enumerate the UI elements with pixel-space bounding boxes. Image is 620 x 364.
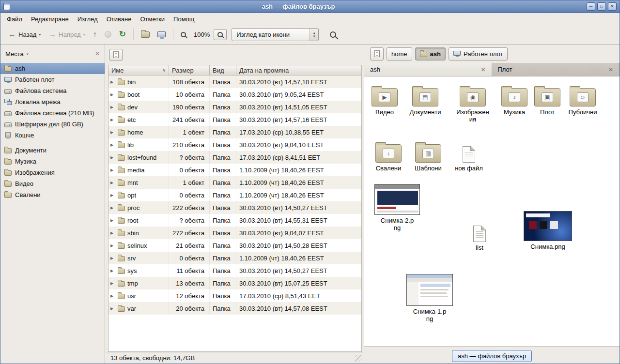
zoom-in-button[interactable] bbox=[214, 29, 227, 40]
sidebar-item-encrypted-80gb[interactable]: Шифриран дял (80 GB) bbox=[0, 119, 105, 130]
expander-icon[interactable]: ▶ bbox=[110, 130, 115, 135]
table-row[interactable]: ▶tmp13 обектаПапка30.03.2010 (вт) 15,07,… bbox=[108, 277, 361, 289]
table-row[interactable]: ▶var20 обектаПапка30.03.2010 (вт) 14,57,… bbox=[108, 302, 361, 315]
expander-icon[interactable]: ▶ bbox=[110, 294, 115, 298]
expander-icon[interactable]: ▶ bbox=[110, 80, 115, 84]
sidebar-item-ash[interactable]: ash bbox=[0, 63, 105, 74]
expander-icon[interactable]: ▶ bbox=[110, 168, 115, 172]
expander-icon[interactable]: ▶ bbox=[110, 243, 115, 248]
expander-icon[interactable]: ▶ bbox=[110, 155, 115, 160]
computer-button[interactable] bbox=[154, 29, 170, 40]
table-row[interactable]: ▶media0 обектаПапка1.10.2009 (чт) 18,40,… bbox=[108, 164, 361, 176]
titlebar[interactable]: ash — файлов браузър ─ □ ✕ bbox=[0, 0, 620, 13]
view-mode-spinner[interactable]: ▲ ▼ bbox=[310, 29, 318, 41]
table-row[interactable]: ▶boot10 обектаПапка30.03.2010 (вт) 9,05,… bbox=[108, 88, 361, 101]
table-row[interactable]: ▶dev190 обектаПапка30.03.2010 (вт) 14,51… bbox=[108, 101, 361, 113]
table-row[interactable]: ▶sys11 обектаПапка30.03.2010 (вт) 14,50,… bbox=[108, 264, 361, 277]
menu-edit[interactable]: Редактиране bbox=[27, 14, 73, 25]
table-row[interactable]: ▶opt0 обектаПапка1.10.2009 (чт) 18,40,26… bbox=[108, 189, 361, 201]
table-row[interactable]: ▶lib210 обектаПапка30.03.2010 (вт) 9,04,… bbox=[108, 138, 361, 151]
sidebar-item-downloads[interactable]: Свалени bbox=[0, 189, 105, 200]
expander-icon[interactable]: ▶ bbox=[110, 143, 115, 147]
tab-close-icon[interactable]: ✕ bbox=[608, 66, 613, 73]
expander-icon[interactable]: ▶ bbox=[110, 118, 115, 122]
stop-button[interactable] bbox=[101, 28, 115, 41]
icon-item-snimka-2[interactable]: Снимка-2.png bbox=[372, 184, 422, 232]
icon-item-new-file[interactable]: нов файл bbox=[450, 138, 487, 172]
menu-go[interactable]: Отиване bbox=[102, 14, 136, 25]
close-button[interactable]: ✕ bbox=[608, 2, 617, 11]
sidebar-item-desktop[interactable]: Работен плот bbox=[0, 74, 105, 85]
table-row[interactable]: ▶selinux21 обектаПапка30.03.2010 (вт) 14… bbox=[108, 239, 361, 252]
icon-item-snimka[interactable]: Снимка.png bbox=[521, 211, 574, 251]
icon-item-downloads[interactable]: ↓Свалени bbox=[370, 138, 407, 172]
search-button[interactable] bbox=[326, 28, 341, 41]
table-row[interactable]: ▶etc241 обектаПапка30.03.2010 (вт) 14,57… bbox=[108, 113, 361, 126]
sidebar-item-pictures[interactable]: Изображения bbox=[0, 167, 105, 178]
icon-item-public[interactable]: ☺Публични bbox=[564, 82, 601, 116]
places-close-button[interactable]: ✕ bbox=[95, 50, 100, 57]
expander-icon[interactable]: ▶ bbox=[110, 231, 115, 235]
icon-item-video[interactable]: ▶Видео bbox=[366, 82, 403, 116]
expander-icon[interactable]: ▶ bbox=[110, 306, 115, 311]
up-button[interactable]: ↑ bbox=[89, 28, 101, 41]
breadcrumb-desktop-button[interactable]: Работен плот bbox=[449, 47, 508, 61]
icon-item-snimka-1[interactable]: Снимка-1.png bbox=[404, 274, 455, 323]
table-row[interactable]: ▶lost+found? обектаПапка17.03.2010 (ср) … bbox=[108, 151, 361, 164]
icon-item-documents[interactable]: ▤Документи bbox=[407, 82, 444, 116]
table-row[interactable]: ▶bin108 обектаПапка30.03.2010 (вт) 14,57… bbox=[108, 76, 361, 88]
tab-close-icon[interactable]: ✕ bbox=[480, 66, 485, 73]
expander-icon[interactable]: ▶ bbox=[110, 193, 115, 197]
location-root-button[interactable] bbox=[370, 47, 384, 61]
menu-file[interactable]: Файл bbox=[2, 14, 27, 25]
sidebar-item-filesystem-210mb[interactable]: Файлова система (210 MB) bbox=[0, 107, 105, 119]
pane-location-button[interactable] bbox=[109, 49, 123, 61]
breadcrumb-home-button[interactable]: home bbox=[387, 47, 412, 61]
icon-item-music[interactable]: ♪Музика bbox=[496, 82, 533, 116]
minimize-button[interactable]: ─ bbox=[587, 2, 595, 11]
menu-help[interactable]: Помощ bbox=[169, 14, 199, 25]
sidebar-item-filesystem[interactable]: Файлова система bbox=[0, 85, 105, 96]
tab-ash[interactable]: ash ✕ bbox=[364, 63, 492, 76]
table-row[interactable]: ▶srv0 обектаПапка1.10.2009 (чт) 18,40,26… bbox=[108, 252, 361, 264]
column-header-date[interactable]: Дата на промяна bbox=[236, 65, 361, 76]
icon-item-desktop[interactable]: ▣Плот bbox=[529, 82, 566, 116]
back-button[interactable]: ← Назад ▾ bbox=[4, 28, 45, 41]
sidebar-item-documents[interactable]: Документи bbox=[0, 145, 105, 156]
table-row[interactable]: ▶mnt1 обектПапка1.10.2009 (чт) 18,40,26 … bbox=[108, 176, 361, 189]
expander-icon[interactable]: ▶ bbox=[110, 269, 115, 273]
forward-button[interactable]: → Напред ▾ bbox=[45, 28, 89, 41]
sidebar-item-music[interactable]: Музика bbox=[0, 156, 105, 167]
expander-icon[interactable]: ▶ bbox=[110, 105, 115, 109]
table-row[interactable]: ▶root? обектаПапка30.03.2010 (вт) 14,55,… bbox=[108, 214, 361, 227]
expander-icon[interactable]: ▶ bbox=[110, 92, 115, 97]
zoom-out-button[interactable] bbox=[177, 29, 190, 40]
icon-item-list[interactable]: list bbox=[461, 218, 498, 252]
view-mode-select[interactable]: Изглед като икони ▲ ▼ bbox=[232, 28, 319, 41]
menu-bookmarks[interactable]: Отметки bbox=[136, 14, 169, 25]
icon-item-pictures[interactable]: ◉Изображения bbox=[454, 82, 491, 123]
reload-button[interactable]: ↻ bbox=[115, 28, 130, 41]
tab-plot[interactable]: Плот ✕ bbox=[492, 63, 620, 76]
taskbar-window-button[interactable]: ash — файлов браузър bbox=[452, 350, 532, 362]
home-button[interactable] bbox=[137, 29, 154, 41]
table-row[interactable]: ▶home1 обектПапка17.03.2010 (ср) 10,38,5… bbox=[108, 126, 361, 138]
table-row[interactable]: ▶usr12 обектаПапка17.03.2010 (ср) 8,51,4… bbox=[108, 289, 361, 302]
sidebar-item-video[interactable]: Видео bbox=[0, 178, 105, 189]
sidebar-item-local-network[interactable]: Локална мрежа bbox=[0, 96, 105, 107]
table-row[interactable]: ▶sbin272 обектаПапка30.03.2010 (вт) 9,04… bbox=[108, 227, 361, 239]
expander-icon[interactable]: ▶ bbox=[110, 206, 115, 210]
resize-grip[interactable] bbox=[355, 355, 362, 362]
maximize-button[interactable]: □ bbox=[597, 2, 606, 11]
column-header-name[interactable]: Име ∨ bbox=[108, 65, 169, 76]
expander-icon[interactable]: ▶ bbox=[110, 181, 115, 185]
expander-icon[interactable]: ▶ bbox=[110, 256, 115, 260]
menu-view[interactable]: Изглед bbox=[73, 14, 102, 25]
icon-item-templates[interactable]: ▥Шаблони bbox=[410, 138, 447, 172]
column-header-size[interactable]: Размер bbox=[169, 65, 210, 76]
sidebar-item-trash[interactable]: Кошче bbox=[0, 130, 105, 141]
expander-icon[interactable]: ▶ bbox=[110, 281, 115, 286]
expander-icon[interactable]: ▶ bbox=[110, 218, 115, 223]
column-header-type[interactable]: Вид bbox=[210, 65, 236, 76]
breadcrumb-ash-button[interactable]: ash bbox=[415, 47, 446, 61]
